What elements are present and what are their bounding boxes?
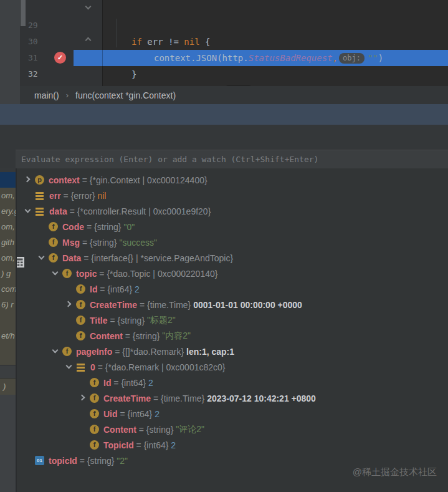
- frame-row[interactable]: com: [0, 281, 16, 297]
- chevron-down-icon[interactable]: [50, 344, 62, 359]
- frames-panel-sliver: om, ery.g om, gith om, ) g com 6) r et/h…: [0, 168, 16, 492]
- variable-row-createtime[interactable]: f CreateTime = {time.Time} 0001-01-01 00…: [17, 297, 448, 312]
- chevron-right-icon: ›: [66, 90, 69, 100]
- fold-marker-icon[interactable]: [85, 36, 91, 42]
- variable-row-content2[interactable]: f Content = {string} "评论2": [17, 422, 448, 437]
- frame-row[interactable]: [0, 312, 16, 328]
- frame-row[interactable]: ) g: [0, 266, 16, 281]
- variable-row-data[interactable]: data = {*controller.Result | 0xc0001e9f2…: [17, 203, 448, 219]
- frames-panel-empty: [0, 395, 16, 492]
- field-icon: f: [49, 238, 58, 247]
- code-line-33[interactable]: 33: [0, 66, 448, 82]
- fold-marker-icon[interactable]: [85, 4, 91, 10]
- chevron-right-icon[interactable]: [64, 297, 76, 312]
- code-line-31[interactable]: 31 }: [0, 34, 448, 50]
- frame-row[interactable]: 6) r: [0, 297, 16, 312]
- code-line-30[interactable]: 30 context.JSON(http.StatusBadRequest,ob…: [0, 17, 448, 34]
- variable-row-code[interactable]: f Code = {string} "0": [17, 219, 448, 234]
- parameter-icon: p: [35, 175, 44, 185]
- field-icon: f: [62, 347, 72, 356]
- code-line-29[interactable]: 29 if err != nil {: [0, 1, 448, 17]
- chevron-down-icon[interactable]: [22, 203, 35, 219]
- variable-row-context[interactable]: p context = {*gin.Context | 0xc000124400…: [17, 172, 448, 188]
- chevron-down-icon[interactable]: [64, 359, 76, 375]
- code-line-32-current[interactable]: 32 context.JSON(code:200, data): [0, 50, 448, 66]
- variable-row-msg[interactable]: f Msg = {string} "success": [17, 234, 448, 250]
- variable-row-content[interactable]: f Content = {string} "内容2": [17, 328, 448, 344]
- frame-row[interactable]: ): [0, 379, 16, 395]
- breadcrumb-item-func[interactable]: func(context *gin.Context): [75, 90, 176, 100]
- scrollbar-thumb[interactable]: [21, 0, 26, 26]
- selected-frame-row[interactable]: [0, 172, 16, 188]
- variable-row-pageinfo[interactable]: f pageInfo = {[]*dao.Remark} len:1, cap:…: [17, 344, 448, 359]
- variable-row-id[interactable]: f Id = {int64} 2: [17, 281, 448, 297]
- field-icon: f: [90, 393, 99, 403]
- chevron-down-icon[interactable]: [36, 250, 49, 266]
- field-icon: f: [90, 440, 99, 450]
- value-bars-icon: [36, 192, 44, 200]
- frames-combo-strip: [0, 150, 16, 169]
- field-icon: f: [76, 300, 85, 309]
- variable-row-err[interactable]: err = {error} nil: [17, 188, 448, 203]
- variable-row-uid[interactable]: f Uid = {int64} 2: [17, 406, 448, 422]
- goland-debug-window: 29 if err != nil { 30 context.JSON(http.…: [0, 0, 448, 492]
- debug-toolbar: [0, 125, 448, 150]
- frame-row[interactable]: om,: [0, 219, 16, 234]
- variable-row-data-field[interactable]: f Data = {interface{} | *service.PageAnd…: [17, 250, 448, 266]
- library-frames-block: om, ery.g om, gith om, ) g com 6) r et/h: [0, 188, 16, 365]
- variables-tree: p context = {*gin.Context | 0xc000124400…: [17, 172, 448, 468]
- frame-group-row[interactable]: [0, 365, 16, 379]
- evaluate-expression-input[interactable]: [20, 150, 446, 168]
- chevron-right-icon[interactable]: [22, 172, 35, 188]
- field-icon: f: [90, 425, 99, 434]
- frame-row[interactable]: om,: [0, 188, 16, 203]
- field-icon: f: [62, 269, 72, 278]
- value-bars-icon: [36, 208, 44, 216]
- evaluate-expression-bar: [16, 150, 448, 168]
- variable-row-createtime2[interactable]: f CreateTime = {time.Time} 2023-07-12 10…: [17, 390, 448, 406]
- field-icon: f: [76, 284, 85, 294]
- field-icon: f: [90, 378, 99, 387]
- frame-row[interactable]: et/h: [0, 328, 16, 344]
- variable-row-element-0[interactable]: 0 = {*dao.Remark | 0xc0001c82c0}: [17, 359, 448, 375]
- watermark: @稀土掘金技术社区: [353, 466, 437, 478]
- variable-row-title[interactable]: f Title = {string} "标题2": [17, 312, 448, 328]
- field-icon: f: [90, 409, 99, 418]
- frame-row[interactable]: gith: [0, 234, 16, 250]
- breadcrumb-item-main[interactable]: main(): [34, 90, 59, 100]
- primitive-value-icon: 01: [35, 456, 44, 465]
- value-bars-icon: [77, 364, 85, 372]
- breadcrumb: main() › func(context *gin.Context): [20, 86, 448, 104]
- debug-panel-top-bar: [0, 104, 448, 125]
- field-icon: f: [76, 331, 85, 340]
- field-icon: f: [76, 316, 85, 325]
- frame-row[interactable]: om,: [0, 250, 16, 266]
- variable-row-topicid-field[interactable]: f TopicId = {int64} 2: [17, 437, 448, 453]
- gutter-separator: [102, 0, 103, 86]
- chevron-down-icon[interactable]: [50, 266, 62, 281]
- breakpoint-hit-icon[interactable]: ✓: [54, 52, 66, 64]
- chevron-right-icon[interactable]: [77, 390, 90, 406]
- field-icon: f: [49, 253, 58, 263]
- variable-row-id2[interactable]: f Id = {int64} 2: [17, 375, 448, 390]
- variable-row-topic[interactable]: f topic = {*dao.Topic | 0xc000220140}: [17, 266, 448, 281]
- frame-row[interactable]: ery.g: [0, 203, 16, 219]
- field-icon: f: [49, 222, 58, 231]
- code-editor[interactable]: 29 if err != nil { 30 context.JSON(http.…: [0, 0, 448, 86]
- left-panel-edge: [0, 0, 20, 104]
